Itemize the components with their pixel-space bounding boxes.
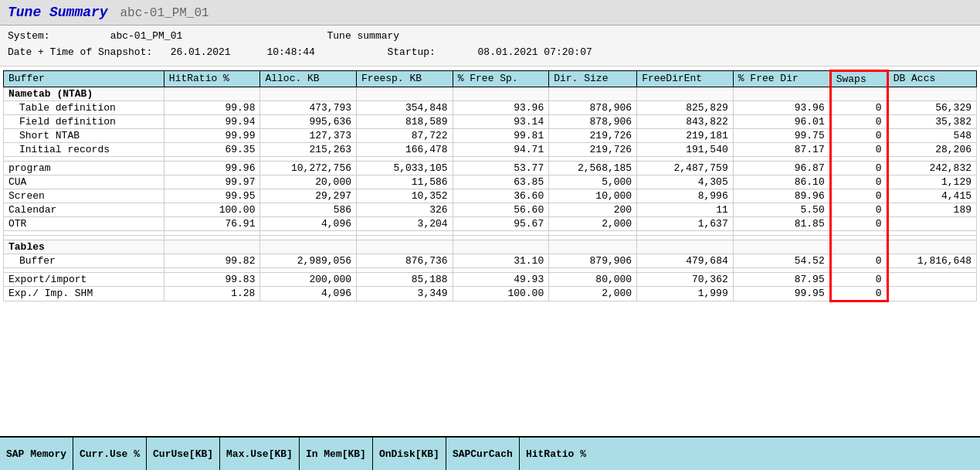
- cell-value: 99.82: [164, 254, 260, 267]
- cell-value: 879,906: [549, 254, 637, 267]
- cell-value: 87,722: [357, 128, 453, 142]
- bottom-ondisk-kb: OnDisk[KB]: [373, 438, 446, 470]
- cell-label: Table definition: [4, 100, 164, 114]
- cell-value: 99.95: [733, 286, 830, 301]
- table-row: Nametab (NTAB): [4, 87, 977, 100]
- cell-value: 11,586: [357, 175, 453, 189]
- cell-value: 200: [549, 203, 637, 216]
- cell-value: [453, 240, 549, 254]
- cell-value: 2,000: [549, 286, 637, 301]
- cell-value: [887, 87, 976, 100]
- cell-value: 191,540: [637, 142, 734, 156]
- cell-value: [260, 87, 357, 100]
- table-row: program99.9610,272,7565,033,10553.772,56…: [4, 161, 977, 175]
- cell-value: 93.96: [453, 100, 549, 114]
- table-row: Exp./ Imp. SHM1.284,0963,349100.002,0001…: [4, 286, 977, 301]
- cell-value: 219,726: [549, 128, 637, 142]
- cell-value: 242,832: [887, 161, 976, 175]
- cell-label: program: [4, 161, 164, 175]
- bottom-curr-use: Curr.Use %: [73, 438, 147, 470]
- col-dbaccs: DB Accs: [887, 70, 976, 87]
- cell-value: [549, 240, 637, 254]
- cell-value: 0: [830, 216, 887, 230]
- cell-value: 28,206: [887, 142, 976, 156]
- cell-value: 99.94: [164, 114, 260, 128]
- system-value: abc-01_PM_01: [110, 30, 183, 42]
- cell-value: 99.83: [164, 272, 260, 286]
- cell-value: 1.28: [164, 286, 260, 301]
- date-label: Date + Time of Snapshot:: [8, 46, 152, 58]
- cell-value: 4,096: [260, 286, 357, 301]
- cell-value: 878,906: [549, 114, 637, 128]
- startup-value: 08.01.2021 07:20:07: [478, 46, 592, 58]
- cell-label: OTR: [4, 216, 164, 230]
- cell-value: 3,204: [357, 216, 453, 230]
- cell-label: Field definition: [4, 114, 164, 128]
- cell-value: [887, 286, 976, 301]
- cell-value: 70,362: [637, 272, 734, 286]
- cell-label: Export/import: [4, 272, 164, 286]
- col-freedirent: FreeDirEnt: [637, 70, 734, 87]
- date-value: 26.01.2021: [171, 46, 231, 58]
- cell-value: 0: [830, 161, 887, 175]
- cell-value: 0: [830, 175, 887, 189]
- cell-value: 94.71: [453, 142, 549, 156]
- cell-label: CUA: [4, 175, 164, 189]
- cell-value: 3,349: [357, 286, 453, 301]
- bottom-maxuse-kb: Max.Use[KB]: [220, 438, 300, 470]
- cell-value: 81.85: [733, 216, 830, 230]
- cell-value: 100.00: [453, 286, 549, 301]
- cell-value: 5,033,105: [357, 161, 453, 175]
- cell-value: [887, 216, 976, 230]
- cell-value: 0: [830, 254, 887, 267]
- cell-value: 0: [830, 189, 887, 203]
- cell-value: 1,816,648: [887, 254, 976, 267]
- meta-info: System: abc-01_PM_01 Tune summary Date +…: [0, 26, 980, 66]
- cell-value: 10,272,756: [260, 161, 357, 175]
- cell-label: Exp./ Imp. SHM: [4, 286, 164, 301]
- cell-value: [637, 240, 734, 254]
- table-row: Buffer99.822,989,056876,73631.10879,9064…: [4, 254, 977, 267]
- bottom-sap-memory: SAP Memory: [0, 438, 73, 470]
- cell-value: 5,000: [549, 175, 637, 189]
- cell-value: 215,263: [260, 142, 357, 156]
- cell-value: 53.77: [453, 161, 549, 175]
- cell-value: 4,415: [887, 189, 976, 203]
- cell-value: 8,996: [637, 189, 734, 203]
- col-freesp-pct: % Free Sp.: [453, 70, 549, 87]
- cell-value: [164, 87, 260, 100]
- main-table-container: Buffer HitRatio % Alloc. KB Freesp. KB %…: [0, 66, 980, 305]
- cell-value: [887, 240, 976, 254]
- cell-value: 96.87: [733, 161, 830, 175]
- cell-value: 825,829: [637, 100, 734, 114]
- cell-value: 2,000: [549, 216, 637, 230]
- col-swaps: Swaps: [830, 70, 887, 87]
- header-system-id: abc-01_PM_01: [120, 6, 209, 20]
- cell-value: 5.50: [733, 203, 830, 216]
- cell-value: 479,684: [637, 254, 734, 267]
- cell-value: 10,352: [357, 189, 453, 203]
- cell-value: 76.91: [164, 216, 260, 230]
- cell-value: 1,637: [637, 216, 734, 230]
- cell-value: [830, 240, 887, 254]
- cell-value: 29,297: [260, 189, 357, 203]
- bottom-hitratio: HitRatio %: [520, 438, 592, 470]
- cell-value: 36.60: [453, 189, 549, 203]
- cell-value: [164, 240, 260, 254]
- cell-label: Short NTAB: [4, 128, 164, 142]
- cell-value: 99.98: [164, 100, 260, 114]
- cell-value: 818,589: [357, 114, 453, 128]
- bottom-inmem-kb: In Mem[KB]: [300, 438, 373, 470]
- cell-value: 4,305: [637, 175, 734, 189]
- cell-value: 878,906: [549, 100, 637, 114]
- cell-value: 0: [830, 114, 887, 128]
- system-label: System:: [8, 30, 50, 42]
- cell-value: 0: [830, 142, 887, 156]
- cell-value: 548: [887, 128, 976, 142]
- cell-value: 99.81: [453, 128, 549, 142]
- content-area: Buffer HitRatio % Alloc. KB Freesp. KB %…: [0, 66, 980, 436]
- cell-value: 586: [260, 203, 357, 216]
- table-row: Short NTAB99.99127,37387,72299.81219,726…: [4, 128, 977, 142]
- cell-label: Nametab (NTAB): [4, 87, 164, 100]
- col-freedir-pct: % Free Dir: [733, 70, 830, 87]
